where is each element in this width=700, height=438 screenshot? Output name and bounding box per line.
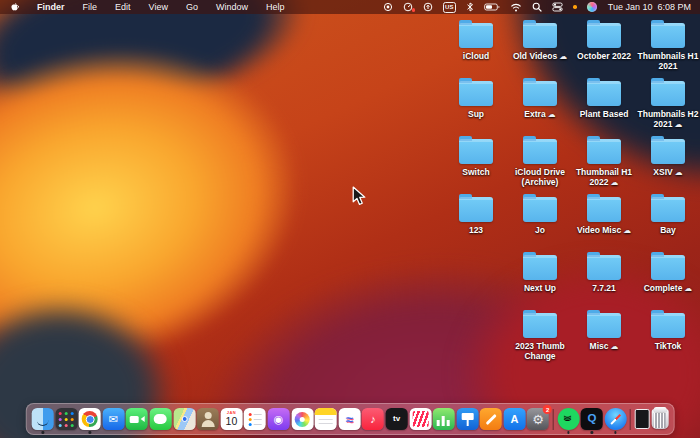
dock-divider-2[interactable] xyxy=(630,409,631,430)
folder-label: Complete☁ xyxy=(644,283,693,294)
folder-icon xyxy=(459,197,493,222)
dock-pages[interactable] xyxy=(480,408,502,430)
dock-settings[interactable]: 2 xyxy=(527,408,549,430)
folder-next-up[interactable]: Next Up☁ xyxy=(508,252,572,310)
dock: JAN 10 xyxy=(26,403,675,435)
dock-black-drive-item[interactable] xyxy=(635,409,650,429)
app-icon xyxy=(651,409,668,429)
folder-thumbnails-h2-2021[interactable]: Thumbnails H2 2021☁ xyxy=(636,78,700,136)
folder-plant-based[interactable]: Plant Based☁ xyxy=(572,78,636,136)
dock-photos[interactable] xyxy=(291,408,313,430)
dock-trash[interactable] xyxy=(651,409,668,429)
folder-tiktok[interactable]: TikTok☁ xyxy=(636,310,700,368)
folder-icon xyxy=(587,255,621,280)
apple-menu[interactable] xyxy=(0,0,28,14)
app-icon xyxy=(32,408,54,430)
folder-label: 2023 Thumb Change☁ xyxy=(509,341,572,361)
folder-october-2022[interactable]: October 2022☁ xyxy=(572,20,636,78)
folder-label: Extra☁ xyxy=(524,109,555,120)
input-source-switcher[interactable]: US xyxy=(438,0,462,14)
menu-window[interactable]: Window xyxy=(207,0,257,14)
folder-complete[interactable]: Complete☁ xyxy=(636,252,700,310)
dock-mail[interactable] xyxy=(102,408,124,430)
folder-icon xyxy=(523,81,557,106)
dock-freeform[interactable] xyxy=(338,408,360,430)
folder-label: Jo☁ xyxy=(535,225,545,235)
folder-video-misc[interactable]: Video Misc☁ xyxy=(572,194,636,252)
folder-xsiv[interactable]: XSIV☁ xyxy=(636,136,700,194)
folder-icon xyxy=(459,81,493,106)
dock-contacts[interactable] xyxy=(197,408,219,430)
dock-calendar[interactable]: JAN 10 xyxy=(220,408,242,430)
menu-bar-clock[interactable]: Tue Jan 10 6:08 PM xyxy=(602,2,700,12)
folder-label: Switch☁ xyxy=(462,167,489,177)
app-icon xyxy=(244,408,266,430)
app-icon xyxy=(126,408,148,430)
folder-extra[interactable]: Extra☁ xyxy=(508,78,572,136)
dock-finder[interactable] xyxy=(32,408,54,430)
mic-in-use-indicator xyxy=(568,0,582,14)
folder-thumbnail-h1-2022[interactable]: Thumbnail H1 2022☁ xyxy=(572,136,636,194)
dock-appstore[interactable] xyxy=(504,408,526,430)
dock-podcasts[interactable] xyxy=(268,408,290,430)
dock-safari[interactable] xyxy=(605,408,627,430)
bluetooth-icon[interactable] xyxy=(461,0,479,14)
folder-icloud[interactable]: iCloud☁ xyxy=(444,20,508,78)
dock-reminders[interactable] xyxy=(244,408,266,430)
dock-tv[interactable] xyxy=(386,408,408,430)
folder-label: Misc☁ xyxy=(590,341,619,352)
folder-label: Video Misc☁ xyxy=(577,225,631,236)
gauge-menu-extra-icon[interactable] xyxy=(398,0,418,14)
folder-misc[interactable]: Misc☁ xyxy=(572,310,636,368)
app-icon xyxy=(553,409,554,430)
dock-messages[interactable] xyxy=(150,408,172,430)
dock-numbers[interactable] xyxy=(433,408,455,430)
spotlight-search-icon[interactable] xyxy=(527,0,547,14)
battery-icon[interactable] xyxy=(479,0,505,14)
folder-2023-thumb-change[interactable]: 2023 Thumb Change☁ xyxy=(508,310,572,368)
folder-123[interactable]: 123☁ xyxy=(444,194,508,252)
folder-jo[interactable]: Jo☁ xyxy=(508,194,572,252)
folder-icon xyxy=(651,81,685,106)
folder-switch[interactable]: Switch☁ xyxy=(444,136,508,194)
app-icon xyxy=(480,408,502,430)
dock-chrome[interactable] xyxy=(79,408,101,430)
folder-old-videos[interactable]: Old Videos☁ xyxy=(508,20,572,78)
dock-music[interactable] xyxy=(362,408,384,430)
folder-thumbnails-h1-2021[interactable]: Thumbnails H1 2021☁ xyxy=(636,20,700,78)
folder-7-7-21[interactable]: 7.7.21☁ xyxy=(572,252,636,310)
app-icon xyxy=(291,408,313,430)
dock-launchpad[interactable] xyxy=(55,408,77,430)
folder-bay[interactable]: Bay☁ xyxy=(636,194,700,252)
mouse-cursor xyxy=(352,186,366,210)
folder-icloud-drive-archive[interactable]: iCloud Drive (Archive)☁ xyxy=(508,136,572,194)
icloud-download-icon: ☁ xyxy=(610,178,618,187)
siri-icon[interactable] xyxy=(582,0,602,14)
app-icon xyxy=(102,408,124,430)
folder-icon xyxy=(587,197,621,222)
menu-edit[interactable]: Edit xyxy=(106,0,140,14)
dock-spotify[interactable] xyxy=(557,408,579,430)
folder-label: Sup☁ xyxy=(468,109,484,119)
app-icon xyxy=(557,408,579,430)
screen-record-indicator-icon[interactable] xyxy=(378,0,398,14)
dock-keynote[interactable] xyxy=(456,408,478,430)
menu-view[interactable]: View xyxy=(140,0,177,14)
menu-finder[interactable]: Finder xyxy=(28,0,74,14)
dock-quicktime[interactable] xyxy=(581,408,603,430)
control-center-icon[interactable] xyxy=(547,0,568,14)
dock-news[interactable] xyxy=(409,408,431,430)
dock-maps[interactable] xyxy=(173,408,195,430)
macos-desktop: Finder File Edit View Go Window Help US xyxy=(0,0,700,438)
folder-icon xyxy=(523,313,557,338)
dock-facetime[interactable] xyxy=(126,408,148,430)
upload-circle-menu-extra-icon[interactable] xyxy=(418,0,438,14)
wifi-icon[interactable] xyxy=(505,0,527,14)
menu-help[interactable]: Help xyxy=(257,0,294,14)
app-icon xyxy=(433,408,455,430)
dock-divider-1[interactable] xyxy=(553,409,554,430)
dock-notes[interactable] xyxy=(315,408,337,430)
menu-go[interactable]: Go xyxy=(177,0,207,14)
menu-file[interactable]: File xyxy=(74,0,107,14)
folder-sup[interactable]: Sup☁ xyxy=(444,78,508,136)
